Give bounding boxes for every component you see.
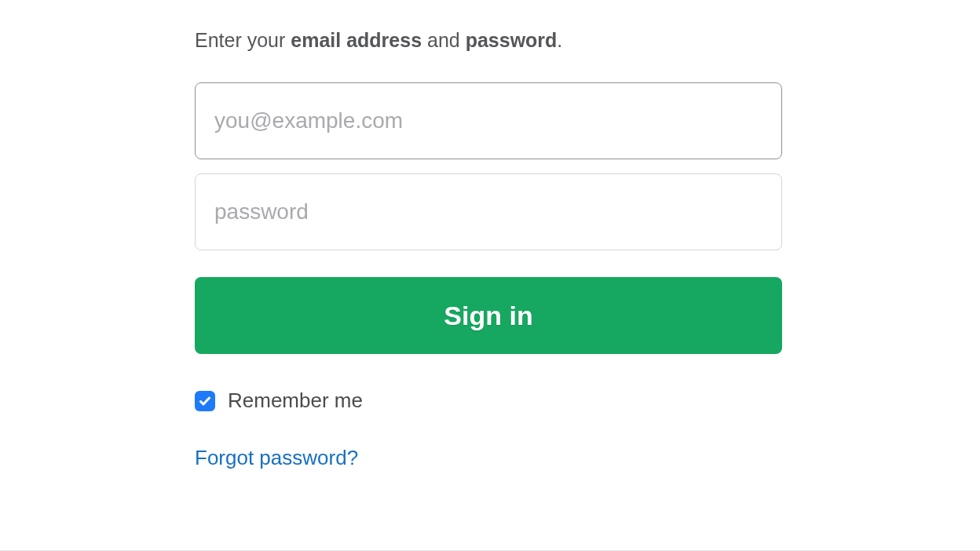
- instruction-mid: and: [422, 29, 466, 51]
- password-field[interactable]: [195, 173, 782, 250]
- signin-button[interactable]: Sign in: [195, 277, 782, 354]
- instruction-text: Enter your email address and password.: [195, 27, 782, 54]
- forgot-password-link[interactable]: Forgot password?: [195, 446, 358, 470]
- remember-me-row: Remember me: [195, 389, 782, 413]
- instruction-suffix: .: [557, 29, 562, 51]
- instruction-prefix: Enter your: [195, 29, 291, 51]
- signin-form: Enter your email address and password. S…: [195, 0, 782, 470]
- instruction-email-bold: email address: [291, 29, 422, 51]
- email-field[interactable]: [195, 82, 782, 159]
- remember-label[interactable]: Remember me: [228, 389, 363, 413]
- instruction-password-bold: password: [466, 29, 558, 51]
- remember-checkbox-wrap[interactable]: [195, 391, 215, 411]
